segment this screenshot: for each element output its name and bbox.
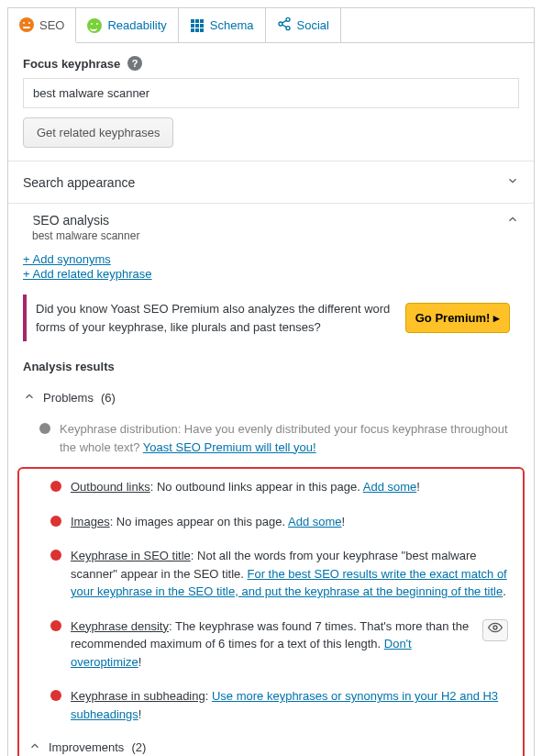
bullet-red-icon: [50, 516, 61, 527]
improvements-group-toggle[interactable]: Improvements (2): [19, 734, 523, 756]
item-name: Outbound links: [71, 480, 150, 494]
item-name: Images: [71, 515, 110, 528]
eye-icon: [488, 620, 503, 640]
svg-line-3: [282, 20, 286, 23]
result-item: Keyphrase in SEO title: Not all the word…: [19, 541, 523, 612]
seo-analysis-subtitle: best malware scanner: [32, 229, 139, 242]
tab-seo[interactable]: SEO: [8, 8, 76, 43]
seo-analysis-toggle[interactable]: SEO analysis best malware scanner: [8, 204, 534, 248]
add-synonyms-link[interactable]: + Add synonyms: [23, 252, 519, 266]
item-action-link[interactable]: Yoast SEO Premium will tell you!: [143, 440, 316, 454]
tab-schema[interactable]: Schema: [179, 8, 266, 42]
tab-schema-label: Schema: [210, 18, 254, 32]
yoast-metabox: SEO Readability Schema Social Focus keyp…: [7, 7, 535, 756]
item-text: :: [205, 689, 212, 703]
result-item: Keyphrase in subheading: Use more keyphr…: [19, 682, 523, 734]
analysis-results-header: Analysis results: [8, 352, 534, 384]
tab-bar: SEO Readability Schema Social: [8, 8, 534, 43]
bullet-red-icon: [50, 550, 61, 561]
share-icon: [277, 18, 292, 33]
search-appearance-title: Search appearance: [23, 175, 135, 190]
chevron-up-icon: [23, 390, 36, 406]
bullet-red-icon: [50, 620, 61, 631]
tab-readability-label: Readability: [107, 18, 166, 32]
focus-keyphrase-panel: Focus keyphrase ? Get related keyphrases: [8, 43, 534, 161]
problems-label: Problems: [43, 391, 94, 405]
improvements-label: Improvements: [49, 740, 124, 754]
analysis-links: + Add synonyms + Add related keyphrase: [8, 248, 534, 284]
result-item: Outbound links: No outbound links appear…: [19, 472, 523, 507]
item-name: Keyphrase in subheading: [71, 689, 205, 703]
improvements-count: (2): [131, 740, 146, 754]
item-text: : No outbound links appear in this page.: [150, 480, 363, 494]
tab-social[interactable]: Social: [266, 8, 341, 42]
svg-point-5: [493, 626, 497, 629]
highlighted-results: Outbound links: No outbound links appear…: [17, 467, 525, 756]
item-text: : No images appear on this page.: [110, 515, 288, 528]
bullet-grey-icon: [39, 423, 50, 434]
bullet-red-icon: [50, 481, 61, 492]
problems-group-toggle[interactable]: Problems (6): [8, 384, 534, 415]
get-related-keyphrases-button[interactable]: Get related keyphrases: [23, 117, 173, 148]
search-appearance-toggle[interactable]: Search appearance: [8, 161, 534, 203]
svg-point-2: [286, 27, 290, 30]
chevron-up-icon: [28, 739, 41, 755]
face-smile-icon: [87, 18, 102, 33]
tab-readability[interactable]: Readability: [76, 8, 178, 42]
tab-social-label: Social: [297, 18, 329, 32]
premium-promo: Did you know Yoast SEO Premium also anal…: [23, 295, 519, 341]
item-tail: !: [342, 515, 346, 528]
face-neutral-icon: [19, 17, 34, 32]
item-tail: !: [416, 480, 420, 494]
seo-analysis-title: SEO analysis: [32, 213, 139, 228]
add-related-keyphrase-link[interactable]: + Add related keyphrase: [23, 267, 519, 281]
result-item: Keyphrase distribution: Have you evenly …: [8, 415, 534, 467]
item-tail: !: [138, 655, 142, 669]
item-action-link[interactable]: Add some: [363, 480, 417, 494]
svg-line-4: [282, 25, 286, 28]
go-premium-button[interactable]: Go Premium! ▸: [405, 303, 510, 333]
result-item: Keyphrase density: The keyphrase was fou…: [19, 612, 523, 683]
chevron-up-icon: [506, 213, 519, 228]
item-name: Keyphrase in SEO title: [71, 549, 191, 562]
result-item: Images: No images appear on this page. A…: [19, 507, 523, 542]
item-tail: !: [138, 707, 142, 721]
bullet-red-icon: [50, 690, 61, 701]
help-icon[interactable]: ?: [127, 56, 142, 71]
item-tail: .: [503, 584, 506, 598]
item-name: Keyphrase distribution: [60, 422, 178, 436]
premium-promo-text: Did you know Yoast SEO Premium also anal…: [36, 300, 394, 336]
svg-point-1: [279, 22, 282, 26]
item-action-link[interactable]: Add some: [288, 515, 342, 528]
tab-seo-label: SEO: [39, 18, 64, 32]
problems-count: (6): [101, 391, 116, 405]
svg-point-0: [286, 17, 290, 21]
grid-icon: [190, 18, 205, 33]
focus-keyphrase-label: Focus keyphrase: [23, 57, 120, 71]
chevron-down-icon: [506, 174, 519, 190]
item-name: Keyphrase density: [71, 619, 169, 633]
highlight-toggle-button[interactable]: [482, 619, 508, 641]
focus-keyphrase-input[interactable]: [23, 78, 519, 108]
